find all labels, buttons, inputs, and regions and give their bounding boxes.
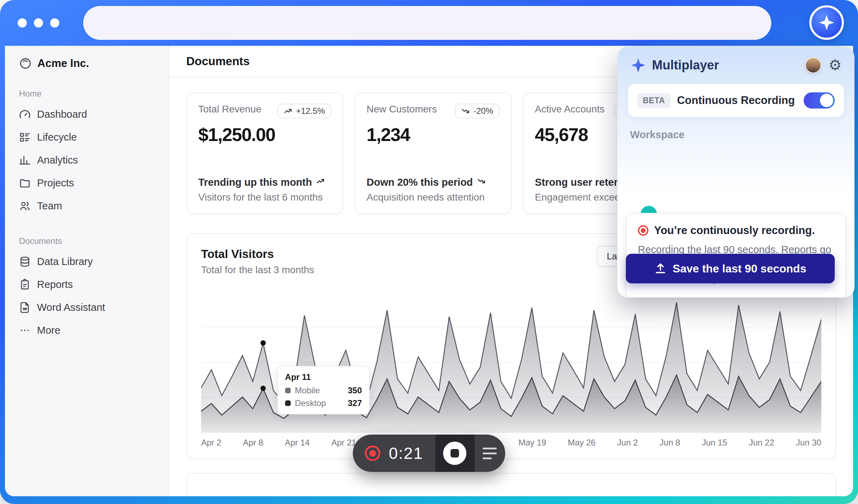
list-details-icon <box>19 131 31 143</box>
sidebar-item-label: Analytics <box>37 154 78 166</box>
recorder-pill: 0:21 <box>353 435 505 472</box>
x-axis-label: Apr 2 <box>201 438 221 448</box>
x-axis-label: Apr 14 <box>285 438 310 448</box>
sidebar-item-team[interactable]: Team <box>13 195 160 216</box>
stat-label: Active Accounts <box>535 104 605 115</box>
recording-timer: 0:21 <box>389 444 423 463</box>
recorder-status: 0:21 <box>353 435 435 472</box>
brand-name: Acme Inc. <box>37 57 89 70</box>
sidebar-item-data-library[interactable]: Data Library <box>13 251 160 272</box>
sidebar-item-lifecycle[interactable]: Lifecycle <box>13 127 160 148</box>
chart-area[interactable]: Apr 11 Mobile350Desktop327 Apr 2Apr 8Apr… <box>201 292 821 448</box>
sidebar-item-more[interactable]: More <box>13 320 160 341</box>
chart-tooltip: Apr 11 Mobile350Desktop327 <box>277 366 370 414</box>
multiplayer-panel: Multiplayer ⚙ BETA Continuous Recording … <box>617 47 854 297</box>
database-icon <box>19 256 31 268</box>
trending-up-icon <box>316 177 325 188</box>
tooltip-date: Apr 11 <box>285 372 362 382</box>
users-icon <box>19 200 31 212</box>
user-avatar[interactable] <box>805 57 821 73</box>
window-control-dot[interactable] <box>34 18 43 27</box>
stop-icon <box>443 442 466 465</box>
recording-status-title: You’re continuously recording. <box>654 224 815 237</box>
hover-dot <box>260 340 266 346</box>
sidebar-item-label: Lifecycle <box>37 131 77 143</box>
x-axis-labels: Apr 2Apr 8Apr 14Apr 21Apr 28May 5May 12M… <box>201 438 821 448</box>
menu-icon <box>483 448 497 459</box>
sidebar-section-documents: Documents <box>13 236 160 246</box>
file-word-icon <box>19 302 31 313</box>
stat-label: New Customers <box>367 104 437 115</box>
series-value: 327 <box>348 398 362 408</box>
window-controls <box>18 18 59 27</box>
x-axis-label: Apr 8 <box>243 438 263 448</box>
browser-topbar <box>0 0 858 46</box>
stat-label: Total Revenue <box>198 104 261 115</box>
x-axis-label: Apr 21 <box>331 438 356 448</box>
series-swatch <box>285 400 291 406</box>
sidebar-section-home: Home <box>13 89 160 99</box>
sidebar-item-analytics[interactable]: Analytics <box>13 149 160 171</box>
x-axis-label: May 19 <box>519 438 546 448</box>
upload-icon <box>654 263 666 275</box>
multiplayer-extension-button[interactable] <box>809 5 844 40</box>
stat-value: $1,250.00 <box>198 124 331 145</box>
report-icon <box>19 279 31 290</box>
multiplayer-header: Multiplayer ⚙ <box>617 47 854 81</box>
browser-window: Acme Inc. Home Dashboard Lifecycle Anal <box>0 0 858 504</box>
stat-value: 1,234 <box>367 124 500 145</box>
x-axis-label: Jun 2 <box>617 438 638 448</box>
sidebar-item-word-assistant[interactable]: Word Assistant <box>13 297 160 318</box>
toggle-knob <box>820 94 833 107</box>
sidebar-item-label: Data Library <box>37 256 93 268</box>
trend-badge: +12.5% <box>277 104 331 118</box>
page-title: Documents <box>186 55 250 68</box>
stat-subtext: Visitors for the last 6 months <box>198 192 331 203</box>
series-name: Desktop <box>295 398 326 408</box>
sidebar-item-label: More <box>37 325 60 336</box>
record-icon <box>365 445 380 461</box>
stat-trend-text: Trending up this month <box>198 177 331 188</box>
stop-recording-button[interactable] <box>435 435 475 472</box>
series-swatch <box>285 388 291 393</box>
sidebar-item-label: Dashboard <box>37 109 87 120</box>
gear-icon[interactable]: ⚙ <box>828 58 842 73</box>
sidebar-item-label: Team <box>37 200 62 212</box>
beta-badge: BETA <box>637 93 671 108</box>
x-axis-label: May 26 <box>568 438 596 448</box>
stat-card-new-customers: New Customers -20% 1,234 Down 20% this p… <box>355 92 512 214</box>
stat-trend-text: Down 20% this period <box>367 177 500 188</box>
gauge-icon <box>19 109 31 120</box>
multiplayer-brand: Multiplayer <box>652 58 719 73</box>
stat-card-total-revenue: Total Revenue +12.5% $1,250.00 Trending … <box>186 92 343 214</box>
series-value: 350 <box>348 386 362 395</box>
sidebar: Acme Inc. Home Dashboard Lifecycle Anal <box>5 46 169 496</box>
acme-logo-icon <box>19 57 32 70</box>
brand[interactable]: Acme Inc. <box>13 54 160 73</box>
series-name: Mobile <box>295 386 320 395</box>
continuous-recording-toggle[interactable] <box>804 92 835 109</box>
trending-up-icon <box>284 106 293 116</box>
multiplayer-star-icon <box>630 57 646 73</box>
sidebar-item-reports[interactable]: Reports <box>13 274 160 295</box>
ellipsis-icon <box>19 325 31 336</box>
continuous-recording-label: Continuous Recording <box>677 94 795 107</box>
trend-badge: -20% <box>455 104 500 118</box>
sidebar-item-projects[interactable]: Projects <box>13 172 160 193</box>
stat-subtext: Acquisition needs attention <box>367 192 500 203</box>
trending-down-icon <box>461 106 470 116</box>
trending-down-icon <box>477 177 486 188</box>
address-bar[interactable] <box>83 6 771 40</box>
x-axis-label: Jun 8 <box>659 438 680 448</box>
sidebar-item-dashboard[interactable]: Dashboard <box>13 104 160 125</box>
bar-chart-icon <box>19 154 31 166</box>
sidebar-item-label: Projects <box>37 177 74 189</box>
folder-icon <box>19 177 31 189</box>
record-icon <box>638 225 648 236</box>
window-control-dot[interactable] <box>50 18 59 27</box>
multiplayer-star-icon <box>817 13 836 32</box>
window-control-dot[interactable] <box>18 18 27 27</box>
x-axis-label: Jun 15 <box>702 438 727 448</box>
tooltip-row: Desktop327 <box>285 398 362 408</box>
save-last-90-seconds-button[interactable]: Save the last 90 seconds <box>626 254 835 283</box>
